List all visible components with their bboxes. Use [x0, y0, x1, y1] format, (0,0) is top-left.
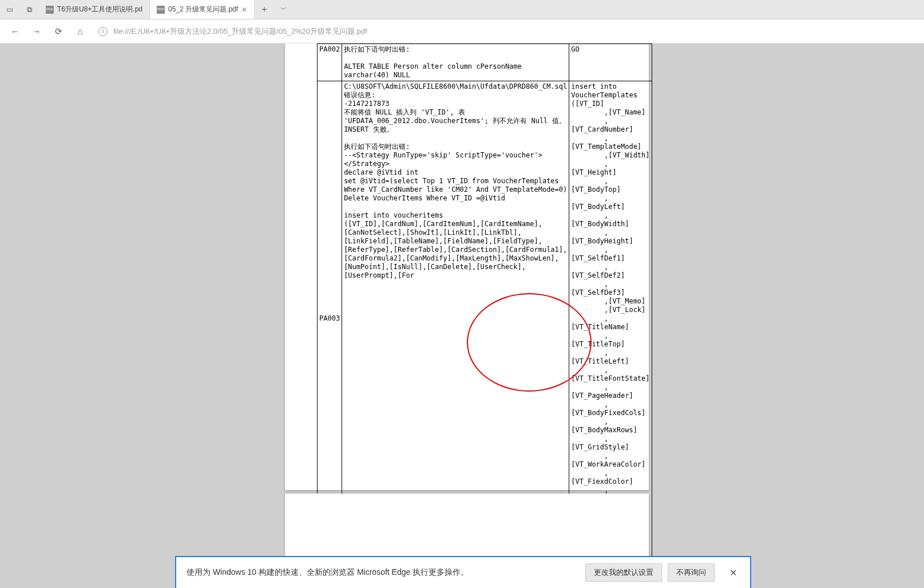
- tab-bar: ▭ ⧉ T6升级U8+工具使用说明.pd 05_2 升级常见问题.pdf ✕ ＋…: [0, 0, 924, 19]
- row-id: PA002: [318, 44, 342, 81]
- change-default-button[interactable]: 更改我的默认设置: [585, 563, 662, 582]
- info-icon[interactable]: i: [98, 27, 108, 36]
- banner-text: 使用为 Windows 10 构建的快速、全新的浏览器 Microsoft Ed…: [187, 567, 469, 578]
- tab-t6-upgrade-doc[interactable]: T6升级U8+工具使用说明.pd: [39, 0, 150, 19]
- tab-05-2-upgrade-faq[interactable]: 05_2 升级常见问题.pdf ✕: [150, 0, 255, 19]
- tab-overflow-icon[interactable]: ﹀: [274, 0, 294, 19]
- row-fix: insert into VoucherTemplates ([VT_ID] ,[…: [569, 81, 652, 557]
- pdf-viewport[interactable]: PA002 执行如下语句时出错: ALTER TABLE Person alte…: [0, 44, 924, 588]
- pdf-page: PA002 执行如下语句时出错: ALTER TABLE Person alte…: [285, 44, 649, 490]
- tab-label: 05_2 升级常见问题.pdf: [168, 5, 238, 14]
- faq-table: PA002 执行如下语句时出错: ALTER TABLE Person alte…: [317, 44, 652, 557]
- row-problem: 执行如下语句时出错: ALTER TABLE Person alter colu…: [342, 44, 569, 81]
- set-aside-tabs-icon[interactable]: ▭: [0, 0, 19, 19]
- tab-label: T6升级U8+工具使用说明.pd: [57, 5, 142, 14]
- row-problem: C:\U8SOFT\Admin\SQLFILE8600\Main\Ufdata\…: [342, 81, 569, 557]
- row-fix: GO: [569, 44, 652, 81]
- nav-toolbar: ← → ⟳ ⌂ i file:///E:/U8+/U8+升级方法论2.0/05_…: [0, 19, 924, 44]
- address-bar[interactable]: file:///E:/U8+/U8+升级方法论2.0/05_升级常见问题/05_…: [113, 26, 919, 37]
- edge-promo-banner: 使用为 Windows 10 构建的快速、全新的浏览器 Microsoft Ed…: [175, 556, 751, 588]
- refresh-button[interactable]: ⟳: [48, 21, 69, 42]
- home-button[interactable]: ⌂: [70, 21, 90, 42]
- pdf-icon: [46, 6, 54, 14]
- row-id: PA003: [318, 81, 342, 557]
- new-tab-button[interactable]: ＋: [255, 0, 274, 19]
- dismiss-button[interactable]: 不再询问: [668, 563, 715, 582]
- back-button[interactable]: ←: [5, 21, 25, 42]
- pdf-icon: [157, 6, 165, 14]
- new-window-icon[interactable]: ⧉: [19, 0, 39, 19]
- forward-button[interactable]: →: [26, 21, 47, 42]
- close-tab-icon[interactable]: ✕: [241, 6, 247, 14]
- close-banner-icon[interactable]: ✕: [726, 567, 740, 578]
